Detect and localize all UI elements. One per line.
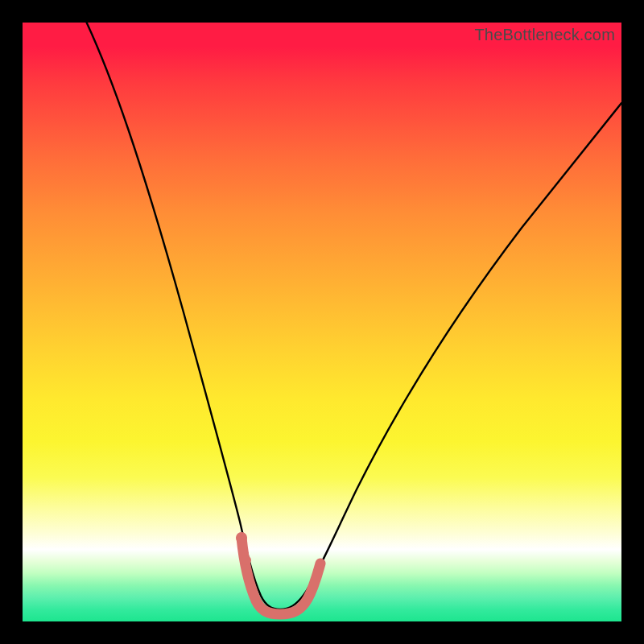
outer-frame: TheBottleneck.com bbox=[0, 0, 644, 644]
valley-marker-start-dot bbox=[236, 532, 247, 543]
plot-area: TheBottleneck.com bbox=[23, 23, 621, 621]
chart-svg bbox=[23, 23, 621, 621]
watermark-label: TheBottleneck.com bbox=[474, 26, 615, 44]
valley-marker-step-dot bbox=[242, 555, 251, 565]
bottleneck-curve-path bbox=[79, 23, 621, 609]
